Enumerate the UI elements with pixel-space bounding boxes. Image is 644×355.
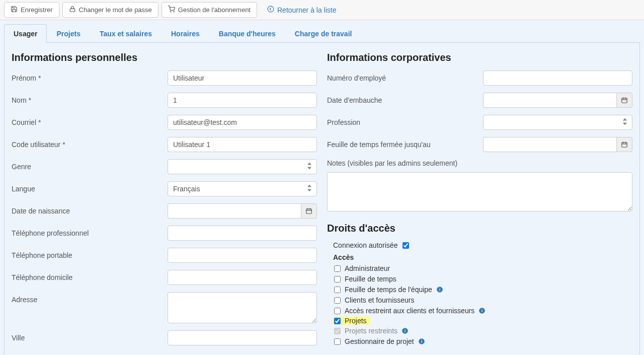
notes-label: Notes (visibles par les admins seulement… [327,159,632,167]
tab-user[interactable]: Usager [4,24,47,43]
address-label: Adresse [12,292,168,304]
profession-select[interactable] [483,115,632,130]
svg-rect-27 [421,340,422,340]
firstname-label: Prénom * [12,70,168,82]
access-sub-head: Accès [333,253,632,261]
ts-closed-input[interactable] [483,137,616,152]
notes-input[interactable] [327,172,632,211]
svg-point-1 [171,12,171,12]
save-icon [11,6,18,14]
employee-no-input[interactable] [483,70,632,86]
svg-rect-0 [70,9,74,12]
phone-work-input[interactable] [168,226,317,241]
info-icon[interactable] [478,307,486,314]
lastname-label: Nom * [12,93,168,104]
access-item: Feuille de temps [333,274,632,285]
svg-rect-21 [482,309,482,310]
tab-rates[interactable]: Taux et salaires [90,24,162,43]
login-allowed-checkbox[interactable] [403,242,409,249]
phone-mobile-label: Téléphone portable [12,248,168,259]
email-input[interactable] [168,115,317,130]
svg-point-3 [268,6,274,12]
phone-mobile-input[interactable] [168,248,317,263]
access-item: Feuille de temps de l'équipe [333,285,632,295]
access-checkbox[interactable] [334,297,341,304]
return-link[interactable]: Retourner à la liste [267,6,337,14]
birthdate-label: Date de naissance [12,203,168,215]
gender-label: Genre [12,159,168,171]
svg-rect-12 [622,143,627,147]
employee-no-label: Numéro d'employé [327,70,483,82]
access-checkbox [334,328,341,334]
tab-schedules[interactable]: Horaires [162,24,209,43]
access-item-label: Clients et fournisseurs [345,296,415,304]
subscription-button[interactable]: Gestion de l'abonnement [162,2,257,18]
access-item: Clients et fournisseurs [333,295,632,306]
access-checkbox[interactable] [334,287,341,293]
svg-rect-18 [439,288,440,289]
tab-projects[interactable]: Projets [47,24,90,43]
calendar-icon[interactable] [616,137,632,152]
access-checkbox[interactable] [334,338,341,345]
svg-rect-26 [421,341,422,343]
access-checkbox[interactable] [334,265,341,272]
svg-rect-20 [482,310,482,312]
lock-icon [69,6,76,14]
access-checkbox[interactable] [334,308,341,314]
arrow-left-icon [267,6,274,14]
svg-rect-4 [306,209,312,214]
info-icon[interactable] [418,338,425,345]
login-allowed-label: Connexion autorisée [333,241,397,249]
return-label: Retourner à la liste [277,6,337,14]
firstname-input[interactable] [168,70,317,86]
phone-home-label: Téléphone domicile [12,270,168,281]
lastname-input[interactable] [168,93,317,108]
language-select[interactable] [168,181,317,196]
svg-rect-17 [439,289,440,291]
tab-timebank[interactable]: Banque d'heures [209,24,285,43]
email-label: Courriel * [12,115,168,126]
access-item: Projets restreints [333,326,632,336]
col-corporate: Informations corporatives Numéro d'emplo… [327,49,632,347]
info-icon[interactable] [436,286,443,293]
info-icon[interactable] [401,327,409,334]
access-item: Gestionnaire de projet [333,336,632,347]
change-password-button[interactable]: Changer le mot de passe [62,2,158,18]
usercode-input[interactable] [168,137,317,152]
svg-rect-24 [405,329,405,330]
access-item: Projets [333,317,370,325]
hire-date-input[interactable] [483,93,616,108]
cart-icon [168,6,175,14]
tabs: Usager Projets Taux et salaires Horaires… [4,24,640,43]
access-checkbox[interactable] [334,276,341,282]
tab-workload[interactable]: Charge de travail [285,24,362,43]
city-label: Ville [12,330,168,342]
access-item-label: Feuille de temps de l'équipe [345,286,432,294]
birthdate-input[interactable] [168,203,301,219]
hire-date-label: Date d'embauche [327,93,483,104]
section-corporate-title: Informations corporatives [327,52,632,63]
access-item-label: Gestionnaire de projet [345,337,414,345]
svg-rect-23 [405,330,405,332]
access-item-label: Accès restreint aux clients et fournisse… [345,307,474,315]
access-item-label: Projets restreints [345,327,397,335]
section-access-title: Droits d'accès [327,223,632,234]
city-input[interactable] [168,330,317,345]
access-item-label: Feuille de temps [345,275,396,283]
calendar-icon[interactable] [301,203,317,219]
access-item: Administrateur [333,263,632,274]
phone-home-input[interactable] [168,270,317,285]
calendar-icon[interactable] [616,93,632,108]
svg-point-2 [174,12,174,12]
col-personal: Informations personnelles Prénom * Nom *… [12,49,317,347]
svg-rect-8 [622,98,627,103]
language-label: Langue [12,181,168,193]
phone-work-label: Téléphone professionnel [12,226,168,237]
toolbar: Enregistrer Changer le mot de passe Gest… [0,0,644,20]
save-button[interactable]: Enregistrer [4,2,59,18]
change-password-label: Changer le mot de passe [79,6,152,14]
access-checkbox[interactable] [334,318,341,324]
ts-closed-label: Feuille de temps fermée jusqu'au [327,137,483,149]
address-input[interactable] [168,292,317,323]
gender-select[interactable] [168,159,317,174]
